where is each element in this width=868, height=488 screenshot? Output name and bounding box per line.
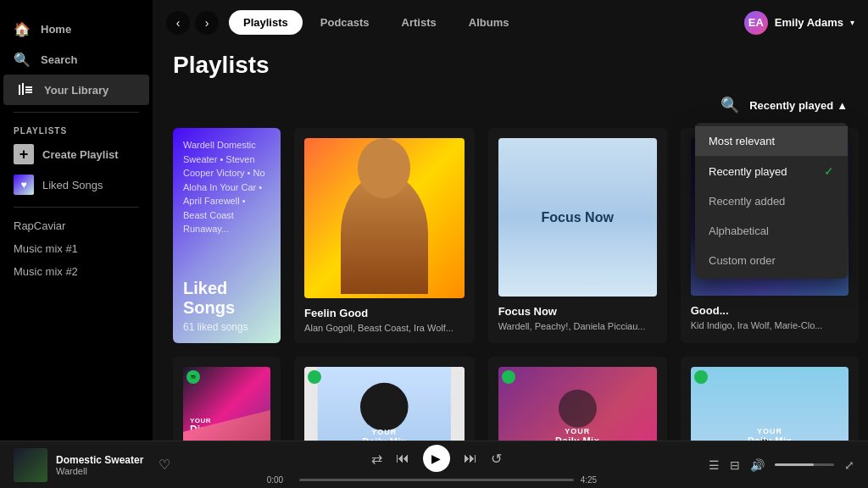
svg-rect-1 — [22, 83, 24, 95]
good-energy-subtitle: Kid Indigo, Ira Wolf, Marie-Clo... — [691, 320, 849, 330]
repeat-button[interactable]: ↺ — [491, 451, 502, 467]
svg-point-10 — [559, 390, 597, 428]
queue-button[interactable]: ☰ — [709, 458, 720, 472]
sidebar-item-music-mix-2[interactable]: Music mix #2 — [0, 260, 153, 283]
nav-arrows: ‹ › — [166, 11, 219, 35]
next-button[interactable]: ⏭ — [464, 451, 477, 466]
card-image-feelin-good — [304, 138, 465, 298]
dropdown-item-recently-added[interactable]: Recently added — [695, 186, 848, 216]
focus-now-label: Focus Now — [542, 210, 614, 225]
card-liked-songs[interactable]: Wardell Domestic Sweater • Steven Cooper… — [173, 128, 281, 343]
daily-mix-3-overlay: Your Daily Mix 3 — [748, 427, 792, 441]
sidebar-item-music-mix-1[interactable]: Music mix #1 — [0, 237, 153, 260]
spotify-badge-dm2 — [502, 370, 515, 384]
volume-button[interactable]: 🔊 — [750, 458, 765, 472]
alphabetical-label: Alphabetical — [709, 225, 769, 237]
player-controls: ⇄ ⏮ ▶ ⏭ ↺ 0:00 4:25 — [181, 445, 692, 485]
player-track-name: Domestic Sweater — [56, 454, 143, 466]
liked-songs-sidebar-item[interactable]: ♥ Liked Songs — [0, 169, 153, 200]
sidebar-item-library[interactable]: Your Library — [3, 75, 149, 105]
liked-songs-count: 61 liked songs — [183, 321, 270, 333]
liked-songs-card-content: Wardell Domestic Sweater • Steven Cooper… — [183, 138, 270, 333]
card-daily-mix-2[interactable]: Your Daily Mix 2 Daily Mix 2 The Serious… — [488, 357, 667, 441]
player-text: Domestic Sweater Wardell — [56, 454, 143, 476]
card-focus-now[interactable]: Focus Now Focus Now Wardell, Peachy!, Da… — [488, 128, 667, 343]
focus-now-title: Focus Now — [498, 305, 657, 318]
sidebar-search-label: Search — [41, 53, 77, 66]
sidebar-item-home[interactable]: 🏠 Home — [0, 14, 153, 44]
volume-fill — [775, 463, 814, 466]
card-feelin-good[interactable]: Feelin Good Alan Gogoll, Beast Coast, Ir… — [294, 128, 475, 343]
filter-bar: 🔍 Recently played ▲ Most relevant Recent… — [173, 96, 848, 114]
recently-played-label: Recently played — [709, 165, 787, 178]
create-playlist-item[interactable]: + Create Playlist — [0, 139, 153, 169]
daily-mix-1-overlay: Your Daily Mix 1 — [362, 428, 406, 441]
liked-songs-scrolling-text: Wardell Domestic Sweater • Steven Cooper… — [183, 138, 270, 236]
liked-songs-overlay: Liked Songs 61 liked songs — [183, 279, 270, 333]
tab-podcasts[interactable]: Podcasts — [306, 10, 384, 35]
tab-playlists[interactable]: Playlists — [229, 10, 303, 35]
prev-button[interactable]: ⏮ — [396, 451, 409, 466]
page-title: Playlists — [173, 52, 848, 79]
fullscreen-button[interactable]: ⤢ — [844, 458, 854, 472]
player-track-info: Domestic Sweater Wardell ♡ — [14, 448, 170, 482]
page-content: Playlists 🔍 Recently played ▲ Most relev… — [153, 45, 868, 441]
check-icon: ✓ — [824, 164, 834, 178]
home-icon: 🏠 — [14, 20, 31, 37]
card-daily-mix-1[interactable]: Your Daily Mix 1 Daily Mix 1 Gene Evaro … — [294, 357, 475, 441]
card-image-discover-weekly: Your DiscoverWeekly — [183, 367, 270, 441]
progress-bar[interactable] — [299, 479, 574, 481]
liked-songs-label: Liked Songs — [42, 179, 103, 191]
dropdown-item-recently-played[interactable]: Recently played ✓ — [695, 156, 848, 186]
sort-dropdown: Most relevant Recently played ✓ Recently… — [695, 123, 848, 279]
forward-button[interactable]: › — [195, 11, 219, 35]
card-image-daily-mix-1: Your Daily Mix 1 — [304, 367, 465, 441]
user-name: Emily Adams — [775, 16, 843, 29]
sidebar-section-label: PLAYLISTS — [0, 119, 153, 139]
spotify-badge-discover — [186, 370, 200, 384]
thumbnail-image — [14, 448, 47, 482]
most-relevant-label: Most relevant — [709, 135, 775, 147]
card-discover-weekly[interactable]: Your DiscoverWeekly Discover Weekly Made… — [173, 357, 281, 441]
sort-label: Recently played — [749, 99, 833, 112]
back-button[interactable]: ‹ — [166, 11, 190, 35]
volume-bar[interactable] — [775, 463, 834, 466]
sidebar-item-rapcaviar[interactable]: RapCaviar — [0, 214, 153, 237]
user-profile[interactable]: EA Emily Adams ▾ — [744, 11, 854, 35]
player-progress: 0:00 4:25 — [267, 475, 606, 485]
dropdown-item-custom-order[interactable]: Custom order — [695, 246, 848, 275]
devices-button[interactable]: ⊟ — [730, 458, 740, 472]
sort-button[interactable]: Recently played ▲ — [749, 99, 848, 112]
svg-point-14 — [697, 373, 705, 381]
dropdown-item-alphabetical[interactable]: Alphabetical — [695, 216, 848, 246]
search-icon: 🔍 — [14, 51, 31, 68]
card-daily-mix-3[interactable]: Your Daily Mix 3 Daily Mix 3 Marie-Clo, … — [681, 357, 859, 441]
player-buttons: ⇄ ⏮ ▶ ⏭ ↺ — [371, 445, 502, 472]
player-thumbnail — [14, 448, 47, 482]
svg-rect-3 — [25, 89, 32, 91]
sidebar: 🏠 Home 🔍 Search Your Library PLAYLISTS +… — [0, 0, 153, 441]
create-playlist-label: Create Playlist — [42, 148, 119, 161]
svg-rect-0 — [19, 85, 20, 95]
sidebar-divider — [14, 112, 139, 113]
sidebar-item-search[interactable]: 🔍 Search — [0, 44, 153, 75]
sidebar-home-label: Home — [41, 23, 71, 36]
svg-rect-2 — [25, 86, 32, 88]
tab-albums[interactable]: Albums — [454, 10, 524, 35]
library-icon — [17, 81, 34, 98]
top-nav: ‹ › Playlists Podcasts Artists Albums EA… — [153, 0, 868, 45]
like-button[interactable]: ♡ — [159, 457, 170, 473]
card-image-daily-mix-2: Your Daily Mix 2 — [498, 367, 657, 441]
focus-now-subtitle: Wardell, Peachy!, Daniela Picciau... — [498, 321, 657, 331]
feelin-good-subtitle: Alan Gogoll, Beast Coast, Ira Wolf... — [304, 323, 465, 333]
filter-search-button[interactable]: 🔍 — [721, 96, 739, 114]
tab-artists[interactable]: Artists — [387, 10, 451, 35]
shuffle-button[interactable]: ⇄ — [371, 451, 382, 467]
player-artist: Wardell — [56, 466, 143, 476]
card-image-daily-mix-3: Your Daily Mix 3 — [691, 367, 849, 441]
sidebar-library-label: Your Library — [44, 84, 108, 97]
play-pause-button[interactable]: ▶ — [423, 445, 450, 472]
svg-point-9 — [504, 373, 513, 381]
dropdown-item-most-relevant[interactable]: Most relevant — [695, 126, 848, 156]
svg-point-8 — [310, 373, 319, 381]
